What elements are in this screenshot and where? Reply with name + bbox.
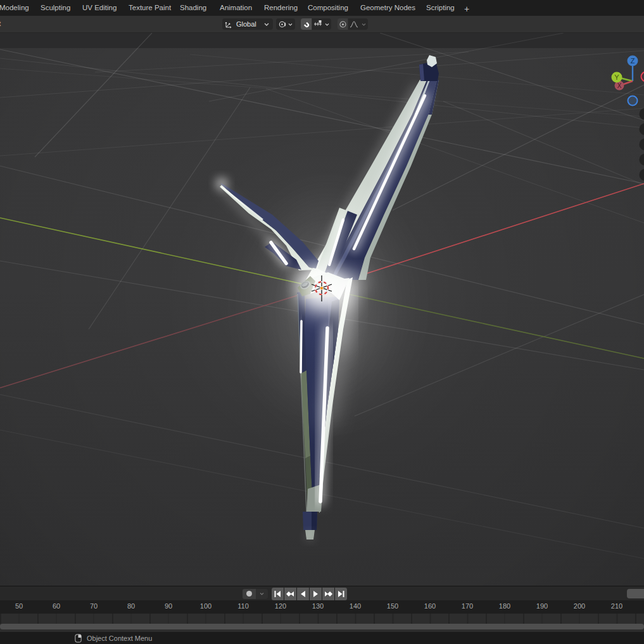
svg-text:Y: Y [614,73,619,81]
svg-text:X: X [617,82,622,89]
svg-text:Z: Z [631,57,635,65]
